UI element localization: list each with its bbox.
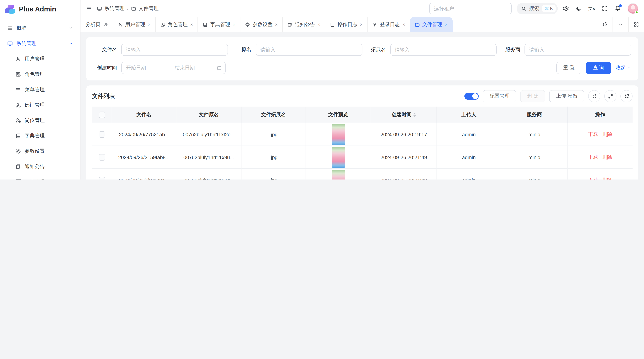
global-search[interactable]: 搜索 ⌘ K bbox=[517, 3, 558, 14]
filter-origin-name: 原名 bbox=[228, 44, 362, 56]
gear-icon bbox=[245, 22, 250, 27]
collapse-filters-link[interactable]: 收起 bbox=[616, 65, 631, 71]
delete-link[interactable]: 删除 bbox=[602, 177, 612, 179]
close-icon[interactable]: × bbox=[148, 22, 150, 27]
col-origin-name[interactable]: 文件原名 bbox=[176, 107, 242, 123]
settings-gear-icon[interactable] bbox=[562, 5, 569, 11]
brand-name: Plus Admin bbox=[19, 5, 56, 13]
table-body: 2024/09/26/77521ab... 007u2bluly1hrr11xf… bbox=[92, 123, 632, 179]
tab-param-settings[interactable]: 参数设置× bbox=[240, 17, 283, 32]
col-uploader[interactable]: 上传人 bbox=[437, 107, 501, 123]
cell-uploader: admin bbox=[437, 146, 501, 169]
close-icon[interactable]: × bbox=[402, 22, 405, 27]
sidebar-menu: 概览 系统管理 用户管理 角色管理 菜单管理 部门 bbox=[0, 18, 80, 179]
file-list-panel: 文件列表 配置管理 删 除 上传 没做 文件名 文件原名 文 bbox=[86, 85, 638, 179]
notifications-bell-icon[interactable] bbox=[615, 5, 621, 11]
notice-icon bbox=[288, 22, 292, 27]
column-settings-icon[interactable] bbox=[620, 90, 632, 102]
tab-analysis[interactable]: 分析页 bbox=[80, 17, 113, 32]
create-time-label: 创建时间 bbox=[94, 65, 121, 71]
tab-file-mgmt[interactable]: 文件管理× bbox=[410, 17, 452, 32]
stripe-toggle[interactable] bbox=[464, 93, 479, 100]
row-checkbox[interactable] bbox=[98, 131, 105, 137]
monitor-icon bbox=[97, 6, 102, 11]
col-preview[interactable]: 文件预览 bbox=[306, 107, 371, 123]
sidebar-item-notice[interactable]: 通知公告 bbox=[3, 159, 77, 174]
search-icon bbox=[521, 6, 526, 11]
close-icon[interactable]: × bbox=[232, 22, 235, 27]
file-name-input[interactable] bbox=[121, 44, 228, 56]
download-link[interactable]: 下载 bbox=[588, 177, 598, 179]
row-checkbox[interactable] bbox=[98, 177, 105, 179]
cell-created: 2024-09-26 20:21:49 bbox=[371, 169, 437, 179]
tab-operation-log[interactable]: 操作日志× bbox=[325, 17, 368, 32]
sidebar-item-log-mgmt[interactable]: DEV 日志管理 bbox=[3, 175, 77, 179]
tab-notice[interactable]: 通知公告× bbox=[283, 17, 325, 32]
tab-role-mgmt[interactable]: 角色管理× bbox=[156, 17, 198, 32]
sidebar-item-dict-mgmt[interactable]: 字典管理 bbox=[3, 129, 77, 143]
close-icon[interactable]: × bbox=[275, 22, 278, 27]
row-checkbox[interactable] bbox=[98, 154, 105, 160]
delete-link[interactable]: 删除 bbox=[602, 131, 612, 137]
cell-ext: .jpg bbox=[242, 123, 306, 146]
sidebar-item-role-mgmt[interactable]: 角色管理 bbox=[3, 67, 77, 81]
sidebar-item-system-mgmt[interactable]: 系统管理 bbox=[3, 36, 77, 51]
delete-link[interactable]: 删除 bbox=[602, 154, 612, 160]
col-ext[interactable]: 文件拓展名 bbox=[242, 107, 306, 123]
user-icon bbox=[118, 22, 123, 27]
hamburger-icon[interactable] bbox=[86, 5, 92, 11]
create-time-range-picker[interactable]: 开始日期 → 结束日期 bbox=[121, 62, 226, 74]
preview-thumbnail[interactable] bbox=[332, 170, 345, 179]
preview-thumbnail[interactable] bbox=[332, 147, 345, 168]
cell-created: 2024-09-26 20:21:49 bbox=[371, 146, 437, 169]
sidebar-item-overview[interactable]: 概览 bbox=[3, 21, 77, 35]
dark-mode-moon-icon[interactable] bbox=[576, 5, 582, 11]
chevron-down-icon[interactable] bbox=[612, 17, 628, 32]
table-refresh-icon[interactable] bbox=[588, 90, 600, 102]
preview-thumbnail[interactable] bbox=[332, 124, 345, 145]
filter-actions: 重 置 查 询 收起 bbox=[556, 62, 631, 74]
tenant-select-input[interactable] bbox=[429, 3, 512, 14]
sidebar-item-param-settings[interactable]: 参数设置 bbox=[3, 144, 77, 158]
reset-button[interactable]: 重 置 bbox=[556, 62, 582, 74]
delete-button[interactable]: 删 除 bbox=[520, 90, 545, 102]
sidebar-item-dept-mgmt[interactable]: 部门管理 bbox=[3, 98, 77, 112]
row-checkbox-cell bbox=[92, 123, 112, 146]
filter-file-name: 文件名 bbox=[94, 44, 228, 56]
tab-login-log[interactable]: 登录日志× bbox=[368, 17, 410, 32]
fullscreen-icon[interactable] bbox=[602, 5, 608, 11]
user-avatar[interactable] bbox=[628, 3, 638, 14]
sidebar-item-post-mgmt[interactable]: 岗位管理 bbox=[3, 113, 77, 128]
close-icon[interactable]: × bbox=[190, 22, 193, 27]
col-provider[interactable]: 服务商 bbox=[501, 107, 568, 123]
brand-logo-icon bbox=[5, 4, 16, 14]
tab-dict-mgmt[interactable]: 字典管理× bbox=[198, 17, 240, 32]
download-link[interactable]: 下载 bbox=[588, 154, 598, 160]
query-button[interactable]: 查 询 bbox=[586, 62, 611, 74]
close-icon[interactable]: × bbox=[318, 22, 320, 27]
cell-preview bbox=[306, 146, 371, 169]
select-all-checkbox[interactable] bbox=[98, 111, 105, 118]
upload-button[interactable]: 上传 没做 bbox=[549, 90, 584, 102]
config-mgmt-button[interactable]: 配置管理 bbox=[483, 90, 516, 102]
filter-row-1: 文件名 原名 拓展名 服务商 bbox=[94, 44, 631, 56]
provider-input[interactable] bbox=[525, 44, 631, 56]
sort-caret-icon[interactable] bbox=[413, 112, 416, 117]
table-expand-icon[interactable] bbox=[604, 90, 616, 102]
col-actions[interactable]: 操作 bbox=[568, 107, 632, 123]
ext-input[interactable] bbox=[390, 44, 497, 56]
refresh-icon[interactable] bbox=[597, 17, 612, 32]
tab-fullscreen-icon[interactable] bbox=[628, 17, 644, 32]
origin-name-input[interactable] bbox=[256, 44, 362, 56]
language-translate-icon[interactable]: 文A bbox=[588, 6, 595, 10]
download-link[interactable]: 下载 bbox=[588, 131, 598, 137]
tab-user-mgmt[interactable]: 用户管理× bbox=[113, 17, 156, 32]
breadcrumb-item[interactable]: 系统管理 bbox=[104, 5, 124, 12]
col-file-name[interactable]: 文件名 bbox=[112, 107, 176, 123]
sidebar-item-menu-mgmt[interactable]: 菜单管理 bbox=[3, 83, 77, 97]
close-icon[interactable]: × bbox=[445, 22, 448, 27]
pin-icon[interactable] bbox=[103, 22, 108, 27]
close-icon[interactable]: × bbox=[360, 22, 362, 27]
col-created[interactable]: 创建时间 bbox=[371, 107, 437, 123]
sidebar-item-user-mgmt[interactable]: 用户管理 bbox=[3, 52, 77, 66]
